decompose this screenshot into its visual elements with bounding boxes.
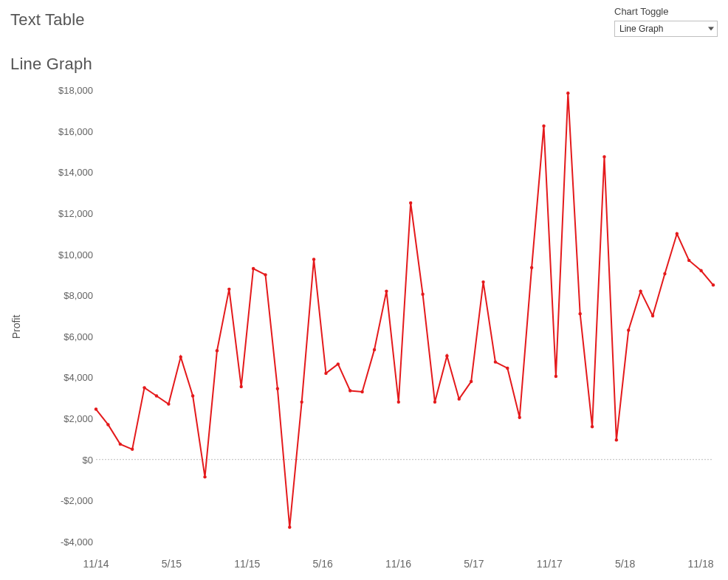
series-point bbox=[699, 269, 702, 272]
y-tick-label: $0 bbox=[34, 454, 93, 465]
series-point bbox=[409, 201, 412, 204]
series-line bbox=[96, 93, 713, 527]
series-point bbox=[421, 293, 424, 296]
y-tick-label: $4,000 bbox=[34, 372, 93, 383]
series-point bbox=[288, 525, 291, 528]
series-point bbox=[445, 354, 448, 357]
series-point bbox=[627, 328, 630, 331]
series-point bbox=[167, 402, 170, 405]
series-point bbox=[191, 394, 194, 397]
series-point bbox=[106, 423, 109, 426]
series-point bbox=[240, 385, 243, 388]
x-tick-label: 5/15 bbox=[162, 558, 182, 570]
y-tick-label: $14,000 bbox=[34, 167, 93, 178]
series-point bbox=[179, 355, 182, 358]
y-tick-label: -$2,000 bbox=[34, 495, 93, 506]
x-tick-label: 5/16 bbox=[312, 558, 332, 570]
x-tick-label: 11/16 bbox=[385, 558, 411, 570]
x-tick-label: 11/15 bbox=[234, 558, 260, 570]
series-point bbox=[252, 267, 255, 270]
series-point bbox=[373, 348, 376, 351]
y-tick-label: $10,000 bbox=[34, 249, 93, 260]
y-tick-label: $18,000 bbox=[34, 85, 93, 96]
series-point bbox=[506, 367, 509, 370]
series-point bbox=[433, 401, 436, 404]
y-tick-label: $16,000 bbox=[34, 125, 93, 137]
series-point bbox=[554, 375, 557, 378]
series-point bbox=[458, 397, 461, 400]
series-point bbox=[639, 289, 642, 292]
series-point bbox=[602, 155, 605, 158]
series-point bbox=[312, 258, 315, 260]
series-point bbox=[264, 273, 267, 276]
series-point bbox=[300, 401, 303, 404]
series-point bbox=[518, 416, 521, 419]
series-point bbox=[470, 380, 473, 383]
series-point bbox=[95, 407, 97, 410]
series-point bbox=[712, 283, 715, 286]
series-point bbox=[216, 349, 219, 352]
chart-toggle-selected-value: Line Graph bbox=[619, 24, 663, 34]
y-axis-title: Profit bbox=[10, 315, 22, 339]
series-point bbox=[591, 425, 594, 428]
series-point bbox=[131, 448, 134, 451]
series-point bbox=[615, 438, 618, 441]
series-point bbox=[337, 362, 340, 365]
series-point bbox=[481, 280, 484, 283]
chevron-down-icon bbox=[708, 27, 714, 31]
chart-area: Profit -$4,000-$2,000$0$2,000$4,000$6,00… bbox=[0, 80, 728, 574]
series-point bbox=[397, 401, 400, 404]
series-point bbox=[324, 372, 327, 375]
heading-text-table: Text Table bbox=[10, 10, 85, 30]
x-tick-label: 11/18 bbox=[687, 558, 713, 570]
y-tick-label: -$4,000 bbox=[34, 536, 93, 548]
x-tick-label: 5/18 bbox=[615, 558, 635, 570]
series-point bbox=[663, 272, 666, 275]
series-point bbox=[276, 387, 279, 390]
x-tick-label: 11/14 bbox=[83, 558, 109, 570]
series-point bbox=[119, 443, 122, 446]
series-point bbox=[385, 289, 388, 292]
series-point bbox=[348, 389, 351, 392]
series-point bbox=[578, 312, 581, 315]
y-tick-label: $8,000 bbox=[34, 290, 93, 301]
series-point bbox=[687, 259, 690, 262]
series-point bbox=[566, 92, 569, 94]
x-tick-label: 5/17 bbox=[464, 558, 484, 570]
series-point bbox=[676, 232, 679, 235]
y-tick-label: $2,000 bbox=[34, 413, 93, 424]
y-tick-label: $12,000 bbox=[34, 207, 93, 218]
chart-svg bbox=[96, 90, 713, 542]
series-point bbox=[651, 314, 654, 317]
series-point bbox=[203, 475, 206, 478]
chart-toggle-label: Chart Toggle bbox=[614, 6, 718, 17]
series-point bbox=[155, 394, 158, 397]
x-tick-label: 11/17 bbox=[537, 558, 563, 570]
series-point bbox=[227, 288, 230, 291]
chart-toggle-select[interactable]: Line Graph bbox=[614, 21, 718, 37]
series-point bbox=[142, 386, 145, 389]
series-point bbox=[360, 390, 363, 393]
heading-line-graph: Line Graph bbox=[10, 55, 92, 74]
series-point bbox=[530, 266, 533, 269]
y-tick-label: $6,000 bbox=[34, 331, 93, 342]
series-point bbox=[494, 360, 497, 363]
series-point bbox=[542, 124, 545, 127]
